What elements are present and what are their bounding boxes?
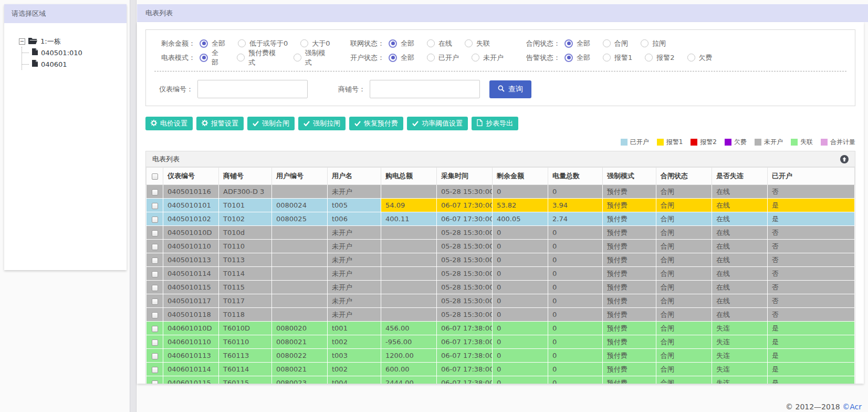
table-cell: 0 [493,281,548,294]
table-cell: 预付费 [603,212,656,226]
select-all-checkbox[interactable] [152,173,158,180]
radio-option[interactable]: 全部 [200,48,224,67]
page-title: 电表列表 [137,4,868,22]
row-checkbox-cell [147,212,163,226]
row-checkbox[interactable] [152,312,158,318]
row-checkbox[interactable] [152,298,158,305]
row-checkbox[interactable] [152,326,158,332]
radio-icon [200,39,208,48]
radio-option[interactable]: 失联 [465,39,490,48]
table-header-checkbox-cell [147,168,163,185]
radio-option[interactable]: 全部 [564,53,590,63]
row-checkbox[interactable] [152,217,158,223]
radio-option[interactable]: 报警2 [645,53,674,63]
file-icon [477,119,483,128]
radio-icon [389,39,397,48]
row-checkbox[interactable] [152,230,158,236]
table-cell: 2444.00 [381,376,437,384]
table-cell: 0 [548,281,603,294]
table-cell: 预付费 [603,281,656,294]
toolbar-button[interactable]: 恢复预付费 [349,117,403,130]
table-header-cell: 电量总数 [548,168,603,185]
tree-leaf-node[interactable]: 040601 [22,58,127,70]
radio-option[interactable]: 欠费 [687,53,713,63]
table-header-cell: 已开户 [768,168,855,185]
table-cell: 在线 [712,308,768,322]
collapse-toggle-icon[interactable]: − [19,38,25,45]
table-cell [381,253,437,267]
radio-option-label: 全部 [212,39,225,48]
toolbar-button-label: 恢复预付费 [364,119,398,128]
radio-option[interactable]: 拉闸 [641,39,666,48]
table-cell: 06-07 17:38:00 [437,322,493,335]
row-checkbox[interactable] [152,258,158,264]
table-header-cell: 用户名 [328,168,381,185]
meter-no-input[interactable] [197,80,308,98]
shop-no-input[interactable] [370,80,480,98]
table-cell: 合闸 [656,267,712,281]
radio-option[interactable]: 全部 [389,39,414,48]
row-checkbox[interactable] [152,380,158,384]
row-checkbox[interactable] [152,367,158,373]
table-cell: 是 [768,349,855,363]
radio-option[interactable]: 大于0 [300,39,330,48]
toolbar-button-label: 强制合闸 [262,119,289,128]
status-legend: 已开户报警1报警2欠费未开户失联合并计量 [145,138,855,147]
row-checkbox[interactable] [152,189,158,195]
radio-option-label: 欠费 [699,53,713,63]
toolbar-button[interactable]: 强制拉闸 [298,117,346,130]
radio-option[interactable]: 全部 [389,53,414,63]
table-cell: -956.00 [381,335,437,349]
tree-leaf-node[interactable]: 040501:010 [22,47,127,58]
radio-option[interactable]: 报警1 [603,53,632,63]
tree-root-node[interactable]: − 1:一栋 [19,37,127,46]
copyright-link[interactable]: ©Acr [842,403,862,411]
table-cell: 未开户 [328,185,381,199]
toolbar-button[interactable]: 抄表导出 [472,117,518,130]
search-button[interactable]: 查询 [489,80,531,98]
row-checkbox[interactable] [152,285,158,291]
row-checkbox[interactable] [152,339,158,346]
table-cell: t002 [328,335,381,349]
legend-label: 失联 [800,138,813,147]
collapse-panel-button[interactable] [840,155,849,163]
radio-option[interactable]: 在线 [427,39,452,48]
radio-icon [564,54,573,62]
radio-option[interactable]: 全部 [200,39,225,48]
row-checkbox[interactable] [152,353,158,359]
toolbar-button[interactable]: 功率阈值设置 [407,117,468,130]
toolbar-button[interactable]: 报警设置 [196,117,244,130]
radio-option[interactable]: 全部 [564,39,590,48]
radio-option[interactable]: 已开户 [427,53,459,63]
radio-option[interactable]: 强制模式 [294,48,331,67]
table-row: 0405010102T01020080025t006400.1106-07 17… [147,212,855,226]
radio-option[interactable]: 未开户 [472,53,504,63]
radio-option-label: 已开户 [438,53,459,63]
table-cell: t003 [328,349,381,363]
table-cell: 是 [768,335,855,349]
file-icon [32,60,38,68]
table-header-cell: 采集时间 [437,168,493,185]
toolbar-button[interactable]: 强制合闸 [247,117,295,130]
table-cell: 0 [493,349,548,363]
legend-label: 欠费 [734,138,747,147]
radio-option[interactable]: 低于或等于0 [238,39,288,48]
legend-item: 报警2 [691,138,717,147]
toolbar-button[interactable]: 电价设置 [145,117,193,130]
radio-option[interactable]: 预付费模式 [237,48,281,67]
table-header-cell: 是否失连 [712,168,768,185]
legend-item: 报警1 [657,138,683,147]
row-checkbox[interactable] [152,271,158,277]
table-cell: 0405010116 [163,185,219,199]
row-checkbox[interactable] [152,244,158,250]
filter-group-label: 合闸状态： [519,39,560,48]
table-cell [381,267,437,281]
panel-splitter[interactable] [130,0,137,412]
radio-option[interactable]: 合闸 [603,39,628,48]
filter-group-label: 电表模式： [154,53,195,63]
table-cell: 600.00 [381,363,437,376]
tree-root-label: 1:一栋 [40,37,61,46]
radio-option-label: 全部 [401,53,414,63]
radio-icon [645,54,653,61]
row-checkbox[interactable] [152,203,158,209]
